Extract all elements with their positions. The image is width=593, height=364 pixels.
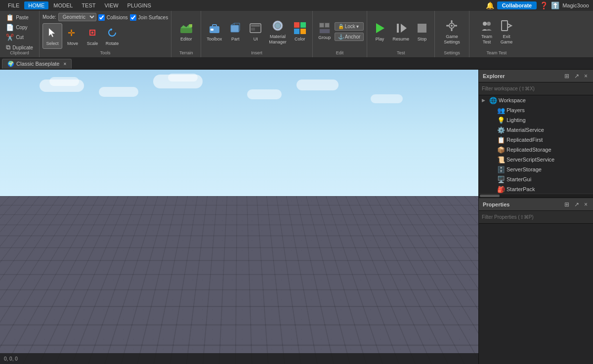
explorer-filter-input[interactable] [482, 86, 590, 91]
viewport[interactable]: 0, 0, 0 [0, 70, 478, 364]
menu-test[interactable]: TEST [78, 1, 99, 9]
properties-undock-button[interactable]: ⊞ [563, 201, 571, 208]
ui-button[interactable]: UI [246, 15, 265, 48]
menu-bar: FILE HOME MODEL TEST VIEW PLUGINS [4, 1, 155, 9]
collaborate-button[interactable]: Collaborate [497, 1, 537, 9]
user-label: Magic3ooo [562, 2, 589, 8]
explorer-filter-bar [479, 82, 593, 95]
anchor-button[interactable]: ⚓ Anchor [335, 33, 364, 41]
properties-close-button[interactable]: × [583, 201, 589, 208]
ribbon-edit-section: Group 🔒 Lock ▾ ⚓ Anchor Edit [313, 11, 368, 57]
lighting-name: Lighting [507, 117, 590, 123]
starterpack-icon: 🎒 [497, 186, 505, 193]
play-button[interactable]: Play [370, 15, 389, 48]
tree-item-lighting[interactable]: 💡 Lighting [479, 115, 593, 125]
part-icon [228, 21, 242, 35]
svg-rect-6 [212, 25, 216, 27]
explorer-undock-button[interactable]: ⊞ [563, 72, 571, 80]
svg-point-29 [487, 22, 491, 26]
svg-rect-16 [294, 29, 299, 34]
collisions-checkbox[interactable] [98, 14, 105, 21]
menu-view[interactable]: VIEW [100, 1, 122, 9]
material-manager-button[interactable]: Material Manager [266, 15, 289, 48]
exit-game-icon [500, 19, 513, 33]
tab-label: Classic Baseplate [16, 61, 59, 67]
menu-model[interactable]: MODEL [49, 1, 77, 9]
help-icon[interactable]: ❓ [540, 1, 548, 9]
tree-item-replicatedstorage[interactable]: 📦 ReplicatedStorage [479, 145, 593, 155]
toolbox-icon [208, 21, 221, 35]
svg-rect-30 [502, 21, 508, 31]
paste-button[interactable]: 📋 Paste [3, 13, 36, 22]
cut-icon: ✂️ [6, 34, 14, 41]
scale-button[interactable]: Scale [83, 23, 102, 49]
clipboard-label: Clipboard [0, 50, 39, 55]
tree-item-startergui[interactable]: 🖥️ StarterGui [479, 174, 593, 184]
ui-icon [249, 21, 262, 35]
tree-item-serverstorage[interactable]: 🗄️ ServerStorage [479, 164, 593, 174]
tree-item-materialservice[interactable]: ⚙️ MaterialService [479, 125, 593, 135]
svg-rect-7 [211, 29, 213, 31]
properties-filter-input[interactable] [482, 214, 590, 220]
menu-plugins[interactable]: PLUGINS [124, 1, 155, 9]
copy-button[interactable]: 📄 Copy [3, 23, 36, 32]
serverstorage-name: ServerStorage [507, 166, 590, 172]
toolbox-button[interactable]: Toolbox [204, 15, 224, 48]
players-name: Players [507, 107, 590, 113]
explorer-h-scroll-thumb [480, 195, 500, 197]
properties-filter-bar [479, 211, 593, 224]
ground [0, 196, 478, 364]
explorer-expand-button[interactable]: ↗ [573, 72, 581, 80]
exit-game-button[interactable]: Exit Game [497, 15, 516, 48]
ribbon-insert-section: Toolbox Part [201, 11, 313, 57]
select-icon [45, 26, 59, 40]
move-button[interactable]: ✛ Move [63, 23, 82, 49]
team-test-label: Team Test [469, 50, 524, 55]
classic-baseplate-tab[interactable]: 🌍 Classic Baseplate × [2, 59, 72, 69]
terrain-editor-button[interactable]: Editor [177, 15, 196, 48]
join-surfaces-checkbox-label[interactable]: Join Surfaces [130, 14, 169, 21]
svg-rect-11 [251, 28, 255, 31]
properties-expand-button[interactable]: ↗ [573, 201, 581, 208]
svg-rect-10 [251, 25, 260, 27]
properties-panel: Properties ⊞ ↗ × [479, 198, 593, 364]
mode-select[interactable]: Geometric [58, 13, 96, 21]
serverscriptservice-name: ServerScriptService [507, 157, 590, 162]
explorer-close-button[interactable]: × [583, 72, 589, 80]
group-button[interactable]: Group [316, 15, 334, 48]
cut-button[interactable]: ✂️ Cut [3, 33, 36, 42]
svg-rect-17 [300, 29, 306, 34]
svg-rect-3 [180, 28, 192, 33]
game-settings-button[interactable]: Game Settings [441, 15, 463, 48]
join-surfaces-checkbox[interactable] [130, 14, 136, 21]
svg-rect-26 [446, 25, 449, 26]
collisions-checkbox-label[interactable]: Collisions [98, 14, 128, 21]
menu-file[interactable]: FILE [4, 1, 23, 9]
tab-close-icon[interactable]: × [63, 61, 66, 67]
team-test-button[interactable]: Team Test [477, 15, 496, 48]
color-button[interactable]: Color [291, 15, 309, 48]
tree-item-serverscriptservice[interactable]: 📜 ServerScriptService [479, 155, 593, 164]
explorer-h-scrollbar[interactable] [479, 194, 593, 198]
share-icon[interactable]: ⬆️ [551, 1, 559, 9]
main-area: 0, 0, 0 Explorer ⊞ ↗ × ▶ 🌐 [0, 70, 593, 364]
tree-item-replicatedfirst[interactable]: 📋 ReplicatedFirst [479, 135, 593, 145]
status-bar: 0, 0, 0 [0, 353, 478, 364]
select-button[interactable]: Select [42, 23, 62, 49]
insert-label: Insert [201, 50, 312, 55]
stop-button[interactable]: Stop [413, 15, 431, 48]
tree-item-starterpack[interactable]: 🎒 StarterPack [479, 184, 593, 194]
workspace-name: Workspace [499, 97, 590, 103]
tree-item-players[interactable]: 👥 Players [479, 105, 593, 115]
tree-item-workspace[interactable]: ▶ 🌐 Workspace [479, 95, 593, 105]
notification-icon[interactable]: 🔔 [486, 1, 494, 9]
part-button[interactable]: Part [226, 15, 245, 48]
lock-dropdown[interactable]: 🔒 Lock ▾ [335, 22, 364, 31]
replicatedstorage-icon: 📦 [497, 146, 505, 154]
rotate-button[interactable]: Rotate [103, 23, 122, 49]
resume-button[interactable]: Resume [390, 15, 412, 48]
play-icon [373, 21, 386, 35]
svg-point-23 [451, 25, 453, 27]
explorer-tree: ▶ 🌐 Workspace 👥 Players 💡 Lighting [479, 95, 593, 194]
menu-home[interactable]: HOME [24, 1, 48, 9]
